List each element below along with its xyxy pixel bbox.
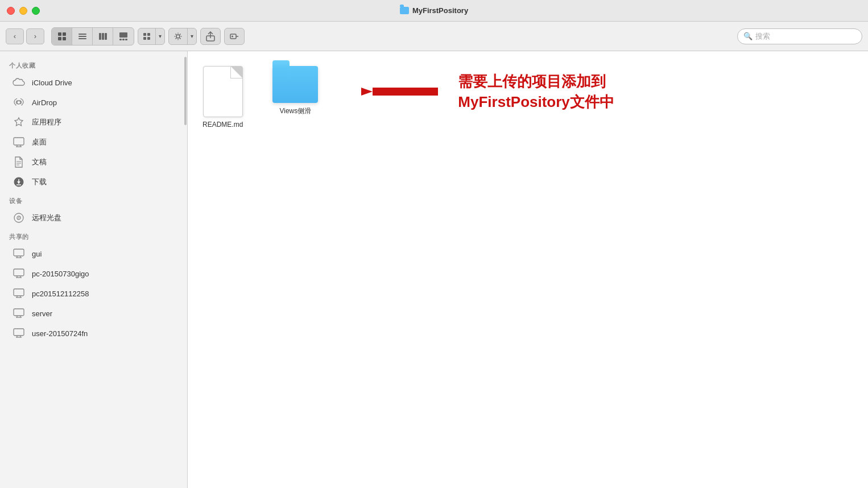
maximize-button[interactable] xyxy=(32,7,40,15)
svg-point-36 xyxy=(18,217,19,218)
back-icon: ‹ xyxy=(14,32,16,40)
gear-icon xyxy=(173,32,183,41)
sidebar-item-gui[interactable]: gui xyxy=(3,244,184,263)
minimize-button[interactable] xyxy=(19,7,27,15)
views-folder-icon xyxy=(272,66,318,103)
search-box[interactable]: 🔍 搜索 xyxy=(737,28,862,44)
applications-icon xyxy=(13,116,25,129)
gallery-view-button[interactable] xyxy=(113,28,134,45)
share-icon xyxy=(206,31,215,42)
sidebar-item-airdrop[interactable]: AirDrop xyxy=(3,93,184,112)
back-button[interactable]: ‹ xyxy=(6,28,24,44)
monitor-icon-pc1 xyxy=(13,267,25,280)
svg-rect-5 xyxy=(78,36,86,37)
airdrop-label: AirDrop xyxy=(32,98,57,107)
remote-disk-icon xyxy=(13,212,25,224)
downloads-label: 下载 xyxy=(32,177,47,187)
file-item-readme[interactable]: README.md xyxy=(199,63,246,132)
close-button[interactable] xyxy=(7,7,15,15)
column-view-button[interactable] xyxy=(93,28,113,45)
svg-rect-13 xyxy=(125,39,127,40)
sidebar-item-documents[interactable]: 文稿 xyxy=(3,152,184,172)
forward-icon: › xyxy=(34,32,36,40)
section-title-personal: 个人收藏 xyxy=(0,57,187,72)
svg-rect-0 xyxy=(58,32,61,36)
sidebar-scrollbar[interactable] xyxy=(184,51,187,488)
svg-rect-2 xyxy=(58,37,61,40)
sidebar-item-downloads[interactable]: 下载 xyxy=(3,172,184,192)
svg-rect-6 xyxy=(78,38,86,39)
svg-rect-10 xyxy=(119,32,127,38)
svg-rect-9 xyxy=(105,33,107,40)
file-item-views[interactable]: Views侧滑 xyxy=(269,63,321,119)
section-title-shared: 共享的 xyxy=(0,228,187,243)
pc2-label: pc201512112258 xyxy=(32,290,89,298)
pc1-label: pc-20150730gigo xyxy=(32,270,89,278)
sidebar-scrollbar-thumb xyxy=(184,57,187,125)
airdrop-icon xyxy=(13,96,25,109)
title-text: MyFirstPository xyxy=(412,6,468,15)
section-title-devices: 设备 xyxy=(0,192,187,208)
svg-rect-12 xyxy=(122,39,125,40)
svg-rect-53 xyxy=(14,329,24,336)
readme-file-icon xyxy=(203,66,243,117)
svg-rect-41 xyxy=(14,269,24,276)
search-placeholder: 搜索 xyxy=(755,31,770,42)
svg-rect-45 xyxy=(14,289,24,296)
forward-button[interactable]: › xyxy=(26,28,44,44)
applications-label: 应用程序 xyxy=(32,117,61,127)
remote-disk-label: 远程光盘 xyxy=(32,213,61,223)
monitor-icon-user1 xyxy=(13,327,25,340)
readme-file-label: README.md xyxy=(202,121,243,129)
settings-main[interactable] xyxy=(169,28,188,44)
svg-rect-7 xyxy=(99,33,101,40)
grid-icon xyxy=(57,32,67,41)
share-button[interactable] xyxy=(200,28,221,45)
monitor-icon-gui xyxy=(13,247,25,260)
desktop-icon xyxy=(13,136,25,148)
list-icon xyxy=(78,32,87,41)
sidebar-item-icloud-drive[interactable]: iCloud Drive xyxy=(3,73,184,92)
icloud-icon xyxy=(13,76,25,89)
arrange-button[interactable]: ▾ xyxy=(138,28,165,45)
user1-label: user-20150724fn xyxy=(32,329,88,338)
svg-point-23 xyxy=(17,101,20,104)
settings-dropdown-arrow[interactable]: ▾ xyxy=(188,28,196,44)
icloud-drive-label: iCloud Drive xyxy=(32,78,72,87)
sidebar-item-pc1[interactable]: pc-20150730gigo xyxy=(3,264,184,283)
toolbar: ‹ › xyxy=(0,22,868,51)
column-icon xyxy=(98,32,108,41)
red-arrow xyxy=(361,75,441,109)
sidebar-item-remote-disk[interactable]: 远程光盘 xyxy=(3,208,184,228)
desktop-label: 桌面 xyxy=(32,137,47,147)
arrange-dropdown-arrow[interactable]: ▾ xyxy=(156,28,164,44)
svg-rect-11 xyxy=(119,39,122,40)
icon-view-button[interactable] xyxy=(52,28,72,45)
svg-rect-49 xyxy=(14,309,24,316)
svg-rect-16 xyxy=(143,37,146,40)
sidebar-item-desktop[interactable]: 桌面 xyxy=(3,133,184,152)
traffic-lights xyxy=(7,7,40,15)
arrange-main[interactable] xyxy=(138,28,156,44)
arrange-icon xyxy=(143,32,151,40)
svg-rect-24 xyxy=(14,138,24,145)
downloads-icon xyxy=(13,176,25,188)
monitor-icon-pc2 xyxy=(13,287,25,300)
title-bar: MyFirstPository xyxy=(0,0,868,22)
list-view-button[interactable] xyxy=(72,28,93,45)
svg-rect-37 xyxy=(14,249,24,256)
gui-label: gui xyxy=(32,250,42,258)
sidebar-item-server[interactable]: server xyxy=(3,304,184,323)
annotation-text: 需要上传的项目添加到MyFirstPository文件中 xyxy=(458,71,674,113)
svg-point-18 xyxy=(176,35,180,38)
sidebar-item-pc2[interactable]: pc201512112258 xyxy=(3,284,184,303)
svg-rect-17 xyxy=(147,37,150,40)
tag-button[interactable] xyxy=(224,28,245,45)
nav-buttons: ‹ › xyxy=(6,28,44,44)
file-grid: README.md Views侧滑 xyxy=(199,63,321,132)
view-mode-group xyxy=(51,27,134,46)
settings-button[interactable]: ▾ xyxy=(168,28,197,45)
sidebar-item-applications[interactable]: 应用程序 xyxy=(3,113,184,132)
svg-rect-1 xyxy=(63,32,66,36)
sidebar-item-user1[interactable]: user-20150724fn xyxy=(3,324,184,343)
